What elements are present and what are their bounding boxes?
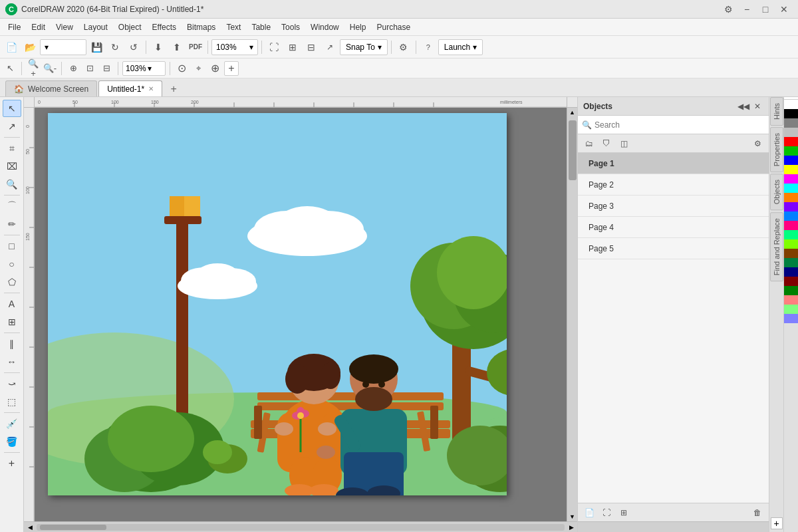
- horizontal-scrollbar[interactable]: ◀ ▶: [24, 521, 577, 532]
- measure-tool-btn[interactable]: ↔: [3, 353, 21, 370]
- panel-settings-btn[interactable]: ⚙: [750, 136, 765, 151]
- maximize-button[interactable]: □: [757, 2, 774, 17]
- minimize-button[interactable]: −: [738, 2, 755, 17]
- settings-button[interactable]: ⚙: [395, 39, 412, 56]
- panel-pin-btn[interactable]: ◀◀: [737, 100, 749, 112]
- menu-text[interactable]: Text: [221, 21, 246, 34]
- blend-tool-btn[interactable]: ⬚: [3, 393, 21, 410]
- launch-dropdown[interactable]: Launch ▾: [438, 39, 483, 55]
- menu-purchase[interactable]: Purchase: [371, 21, 416, 34]
- panel-add-obj-btn[interactable]: 📄: [582, 505, 597, 520]
- menu-edit[interactable]: Edit: [26, 21, 51, 34]
- zoom-actual[interactable]: ⊟: [99, 61, 114, 76]
- smart-draw-btn[interactable]: ✏: [3, 215, 21, 233]
- tab-add-button[interactable]: +: [166, 82, 181, 96]
- zoom-tool2[interactable]: ⌖: [191, 61, 205, 76]
- vtab-objects[interactable]: Objects: [770, 174, 783, 210]
- color-magenta[interactable]: [784, 174, 798, 184]
- color-white[interactable]: [784, 100, 798, 109]
- export-button[interactable]: ⬆: [168, 39, 186, 56]
- panel-view-btn2[interactable]: ⛉: [599, 136, 614, 151]
- scroll-thumb[interactable]: [569, 120, 577, 180]
- color-dark-green[interactable]: [784, 258, 798, 267]
- color-maroon[interactable]: [784, 277, 798, 286]
- close-button[interactable]: ✕: [775, 2, 793, 17]
- color-gray[interactable]: [784, 118, 798, 128]
- help-button[interactable]: ?: [420, 39, 437, 56]
- menu-window[interactable]: Window: [305, 21, 344, 34]
- settings-button[interactable]: ⚙: [720, 2, 737, 17]
- page-item-2[interactable]: Page 2: [578, 174, 769, 196]
- vertical-scrollbar[interactable]: ▲ ▼: [567, 108, 577, 521]
- table-tool-btn[interactable]: ⊞: [3, 313, 21, 331]
- freehand-tool-btn[interactable]: ↗: [3, 118, 21, 135]
- zoom-level-dropdown[interactable]: 103% ▾: [122, 61, 166, 76]
- color-pink[interactable]: [784, 221, 798, 230]
- crop-tool-btn[interactable]: ⌧: [3, 158, 21, 175]
- vtab-hints[interactable]: Hints: [770, 97, 783, 126]
- pdf-button[interactable]: PDF: [187, 39, 204, 56]
- menu-table[interactable]: Table: [246, 21, 276, 34]
- fullscreen-button[interactable]: ⛶: [265, 39, 283, 56]
- color-light-blue[interactable]: [784, 314, 798, 323]
- page-item-4[interactable]: Page 4: [578, 217, 769, 238]
- color-navy[interactable]: [784, 267, 798, 277]
- menu-file[interactable]: File: [3, 21, 26, 34]
- text-tool-btn[interactable]: A: [3, 295, 21, 313]
- connector-tool-btn[interactable]: ⤻: [3, 375, 21, 392]
- panel-view-btn1[interactable]: 🗂: [582, 136, 597, 151]
- color-cyan[interactable]: [784, 184, 798, 193]
- zoom-pan[interactable]: ⊕: [66, 61, 80, 76]
- color-sky-blue[interactable]: [784, 211, 798, 221]
- vtab-add-btn[interactable]: +: [771, 517, 783, 529]
- canvas-page[interactable]: [48, 113, 507, 495]
- fill-tool-btn[interactable]: 🪣: [3, 433, 21, 450]
- tab-close-button[interactable]: ✕: [148, 85, 154, 92]
- zoom-tool1[interactable]: ⊙: [174, 61, 189, 76]
- vtab-properties[interactable]: Properties: [770, 127, 783, 172]
- vtab-find-replace[interactable]: Find and Replace: [770, 212, 783, 281]
- scroll-right-btn[interactable]: ▶: [567, 523, 576, 532]
- color-silver[interactable]: [784, 128, 798, 137]
- import-button[interactable]: ⬇: [150, 39, 167, 56]
- grid-button[interactable]: ⊞: [284, 39, 301, 56]
- zoom-dropdown[interactable]: 103% ▾: [211, 39, 258, 55]
- search-input[interactable]: [595, 120, 765, 130]
- add-canvas-btn[interactable]: +: [224, 61, 239, 76]
- zoom-out[interactable]: 🔍-: [43, 61, 57, 76]
- new-button[interactable]: 📄: [3, 39, 20, 56]
- panel-view-btn3[interactable]: ◫: [616, 136, 631, 151]
- menu-view[interactable]: View: [51, 21, 78, 34]
- zoom-tool3[interactable]: ⊕: [207, 61, 222, 76]
- color-lime[interactable]: [784, 239, 798, 249]
- undo-prev[interactable]: ↻: [106, 39, 124, 56]
- select-tool[interactable]: ↖: [3, 61, 17, 76]
- polygon-tool-btn[interactable]: ⬠: [3, 273, 21, 291]
- panel-group-btn[interactable]: ⛶: [599, 505, 614, 520]
- open-dropdown[interactable]: ▾: [40, 39, 86, 55]
- tab-document[interactable]: Untitled-1* ✕: [98, 80, 162, 96]
- snap-to-dropdown[interactable]: Snap To ▾: [340, 39, 388, 55]
- menu-tools[interactable]: Tools: [276, 21, 305, 34]
- color-green[interactable]: [784, 146, 798, 156]
- redo-prev[interactable]: ↺: [125, 39, 142, 56]
- guidelines-button[interactable]: ⊟: [303, 39, 320, 56]
- color-light-green[interactable]: [784, 305, 798, 314]
- page-item-1[interactable]: Page 1: [578, 153, 769, 174]
- color-purple[interactable]: [784, 202, 798, 211]
- menu-effects[interactable]: Effects: [147, 21, 182, 34]
- save-button[interactable]: 💾: [88, 39, 105, 56]
- scroll-down-btn[interactable]: ▼: [568, 512, 577, 521]
- panel-ungroup-btn[interactable]: ⊞: [616, 505, 631, 520]
- color-orange[interactable]: [784, 193, 798, 202]
- shape-tool-btn[interactable]: ⌗: [3, 140, 21, 157]
- menu-bitmaps[interactable]: Bitmaps: [182, 21, 221, 34]
- color-yellow[interactable]: [784, 165, 798, 174]
- menu-help[interactable]: Help: [344, 21, 372, 34]
- color-mint[interactable]: [784, 230, 798, 239]
- tab-welcome[interactable]: 🏠 Welcome Screen: [5, 80, 97, 96]
- zoom-fit[interactable]: ⊡: [82, 61, 97, 76]
- color-red[interactable]: [784, 137, 798, 146]
- panel-scrollbar[interactable]: [578, 521, 769, 532]
- cursor-button[interactable]: ↗: [321, 39, 338, 56]
